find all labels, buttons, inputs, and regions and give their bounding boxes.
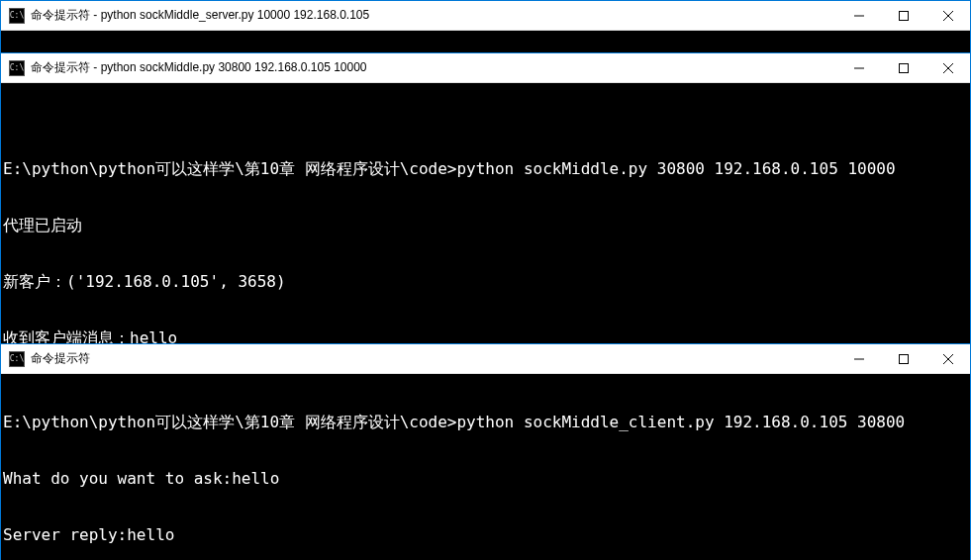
cmd-icon: C:\ bbox=[9, 351, 25, 367]
window-title: 命令提示符 - python sockMiddle_server.py 1000… bbox=[31, 7, 836, 24]
titlebar[interactable]: C:\ 命令提示符 - python sockMiddle.py 30800 1… bbox=[1, 53, 970, 83]
close-icon bbox=[943, 11, 953, 21]
cmd-icon: C:\ bbox=[9, 60, 25, 76]
console-output[interactable]: E:\python\python可以这样学\第10章 网络程序设计\code>p… bbox=[1, 374, 970, 560]
minimize-button[interactable] bbox=[836, 1, 881, 30]
terminal-window-3: C:\ 命令提示符 E:\python\python可以这样学\第10章 网络程… bbox=[0, 343, 971, 560]
minimize-icon bbox=[854, 354, 864, 364]
minimize-button[interactable] bbox=[836, 53, 881, 82]
titlebar[interactable]: C:\ 命令提示符 bbox=[1, 344, 970, 374]
close-button[interactable] bbox=[925, 1, 970, 30]
svg-rect-9 bbox=[899, 354, 908, 363]
close-button[interactable] bbox=[925, 53, 970, 82]
maximize-icon bbox=[899, 63, 909, 73]
console-line: 代理已启动 bbox=[3, 216, 968, 234]
maximize-button[interactable] bbox=[881, 1, 925, 30]
close-button[interactable] bbox=[925, 344, 970, 373]
console-line: 新客户：('192.168.0.105', 3658) bbox=[3, 272, 968, 291]
window-title: 命令提示符 bbox=[31, 350, 836, 367]
window-controls bbox=[836, 344, 970, 373]
console-line: E:\python\python可以这样学\第10章 网络程序设计\code>p… bbox=[3, 413, 968, 431]
minimize-icon bbox=[854, 63, 864, 73]
window-title: 命令提示符 - python sockMiddle.py 30800 192.1… bbox=[31, 59, 836, 76]
svg-rect-1 bbox=[899, 11, 908, 20]
minimize-button[interactable] bbox=[836, 344, 881, 373]
console-line: What do you want to ask:hello bbox=[3, 469, 968, 488]
maximize-icon bbox=[899, 354, 909, 364]
console-line: E:\python\python可以这样学\第10章 网络程序设计\code>p… bbox=[3, 159, 968, 178]
maximize-button[interactable] bbox=[881, 344, 925, 373]
svg-rect-5 bbox=[899, 63, 908, 72]
window-controls bbox=[836, 53, 970, 82]
console-line: Server reply:hello bbox=[3, 525, 968, 544]
minimize-icon bbox=[854, 11, 864, 21]
close-icon bbox=[943, 354, 953, 364]
titlebar[interactable]: C:\ 命令提示符 - python sockMiddle_server.py … bbox=[1, 1, 970, 31]
window-controls bbox=[836, 1, 970, 30]
maximize-icon bbox=[899, 11, 909, 21]
close-icon bbox=[943, 63, 953, 73]
cmd-icon: C:\ bbox=[9, 8, 25, 24]
maximize-button[interactable] bbox=[881, 53, 925, 82]
